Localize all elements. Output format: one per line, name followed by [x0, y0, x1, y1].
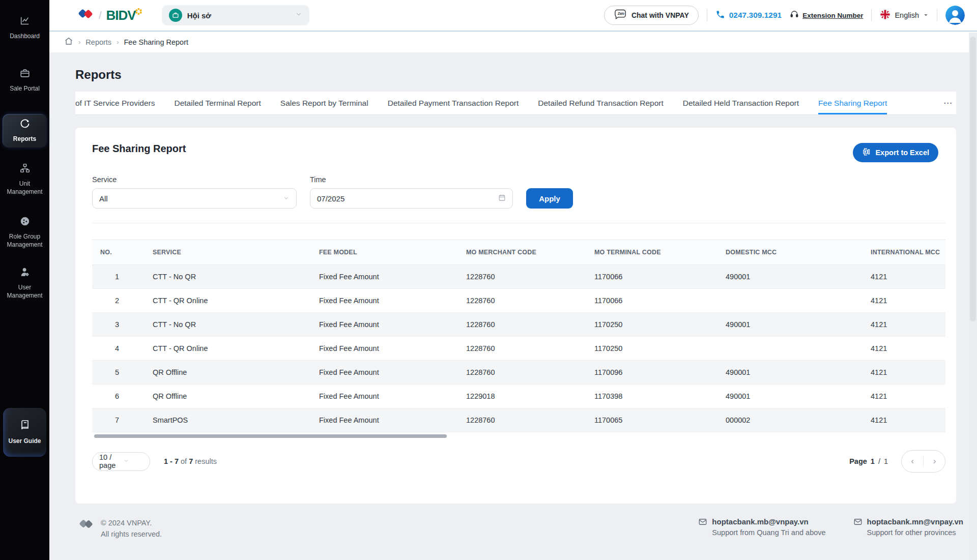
fee-sharing-report-panel: Fee Sharing Report Export to Excel Servi… — [75, 128, 956, 504]
breadcrumb-reports[interactable]: Reports — [85, 38, 111, 46]
sidebar-item-unit-management[interactable]: Unit Management — [0, 163, 49, 196]
cell-domestic: 490001 — [717, 361, 863, 385]
cell-terminal: 1170066 — [586, 289, 717, 313]
breadcrumb-current: Fee Sharing Report — [124, 38, 188, 46]
time-value: 07/2025 — [317, 194, 498, 203]
page-size-value: 10 / page — [99, 453, 119, 469]
vertical-scrollbar-thumb[interactable] — [970, 37, 976, 321]
tab-detailed-held-transaction-report[interactable]: Detailed Held Transaction Report — [683, 92, 799, 114]
export-to-excel-button[interactable]: Export to Excel — [853, 143, 938, 162]
service-select[interactable]: All — [92, 188, 297, 209]
zalo-icon: Zalo — [614, 9, 627, 22]
cell-no: 7 — [92, 408, 145, 432]
sidebar-item-dashboard[interactable]: Dashboard — [0, 15, 49, 40]
sidebar-item-user-management[interactable]: User Management — [0, 267, 49, 300]
cell-service: QR Offline — [145, 385, 311, 408]
pagination-row: 10 / page 1 - 7 of 7 results Page 1 / 1 — [75, 438, 956, 473]
cell-service: CTT - No QR — [145, 313, 311, 337]
cell-merchant: 1228760 — [458, 361, 586, 385]
cell-international: 4121 — [863, 337, 945, 361]
cell-domestic: 490001 — [717, 313, 863, 337]
page-size-select[interactable]: 10 / page — [92, 452, 150, 471]
col-fee-model: FEE MODEL — [311, 240, 458, 265]
chevron-down-icon — [283, 194, 290, 203]
panel-header: Fee Sharing Report Export to Excel — [75, 128, 956, 162]
phone-number: 0247.309.1291 — [729, 11, 782, 20]
sidebar-item-role-group-management[interactable]: Role Group Management — [0, 216, 49, 249]
table-row[interactable]: 7 SmartPOS Fixed Fee Amount 1228760 1170… — [92, 408, 945, 432]
service-label: Service — [92, 175, 297, 184]
language-selector[interactable]: English — [880, 9, 929, 22]
cell-merchant: 1229018 — [458, 385, 586, 408]
cell-service: CTT - QR Online — [145, 337, 311, 361]
more-tabs-button[interactable]: ⋯ — [938, 92, 952, 114]
table-row[interactable]: 2 CTT - QR Online Fixed Fee Amount 12287… — [92, 289, 945, 313]
cell-fee-model: Fixed Fee Amount — [311, 385, 458, 408]
next-page-button[interactable] — [924, 451, 945, 472]
tab-detailed-payment-transaction-report[interactable]: Detailed Payment Transaction Report — [388, 92, 519, 114]
report-tabs: of IT Service Providers Detailed Termina… — [75, 92, 956, 115]
cell-terminal: 1170096 — [586, 361, 717, 385]
col-service: SERVICE — [145, 240, 311, 265]
vertical-scrollbar[interactable] — [969, 33, 977, 560]
calendar-icon — [498, 194, 506, 203]
current-page: 1 — [871, 457, 875, 465]
cell-terminal: 1170250 — [586, 337, 717, 361]
table-row[interactable]: 3 CTT - No QR Fixed Fee Amount 1228760 1… — [92, 313, 945, 337]
tab-detailed-refund-transaction-report[interactable]: Detailed Refund Transaction Report — [538, 92, 663, 114]
home-icon[interactable] — [64, 37, 73, 48]
sidebar-item-reports-active[interactable]: Reports — [3, 114, 47, 148]
col-mo-merchant-code: MO MERCHANT CODE — [458, 240, 586, 265]
page-title: Reports — [75, 68, 977, 82]
tab-fee-sharing-report[interactable]: Fee Sharing Report — [818, 92, 887, 114]
contact-email-link[interactable]: hoptacbank.mn@vnpay.vn — [867, 517, 963, 526]
tab-detailed-terminal-report[interactable]: Detailed Terminal Report — [175, 92, 261, 114]
apply-button[interactable]: Apply — [526, 188, 573, 209]
vnpay-gray-logo — [79, 517, 94, 534]
breadcrumb-separator: › — [117, 38, 119, 46]
reports-icon — [19, 118, 31, 131]
cell-terminal: 1170066 — [586, 265, 717, 289]
sidebar-item-user-guide[interactable]: User Guide — [3, 408, 46, 457]
envelope-icon — [698, 517, 707, 537]
divider — [707, 9, 707, 21]
main-area: / BIDV Hội sở Zalo Chat with VNPAY — [49, 0, 977, 560]
table-row[interactable]: 4 CTT - QR Online Fixed Fee Amount 12287… — [92, 337, 945, 361]
contact-block: hoptacbank.mb@vnpay.vn Support from Quan… — [698, 517, 825, 537]
contact-email-link[interactable]: hoptacbank.mb@vnpay.vn — [712, 517, 825, 526]
cell-domestic — [717, 337, 863, 361]
hotline-phone[interactable]: 0247.309.1291 — [715, 10, 782, 21]
cell-no: 5 — [92, 361, 145, 385]
bidv-flower-icon — [135, 3, 142, 18]
chat-label: Chat with VNPAY — [631, 11, 689, 19]
previous-page-button[interactable] — [902, 451, 923, 472]
cell-merchant: 1228760 — [458, 289, 586, 313]
uk-flag-icon — [880, 9, 890, 22]
time-label: Time — [310, 175, 513, 184]
cell-merchant: 1228760 — [458, 337, 586, 361]
chat-with-vnpay-button[interactable]: Zalo Chat with VNPAY — [604, 6, 699, 25]
sidebar-item-sale-portal[interactable]: Sale Portal — [0, 68, 49, 93]
footer-contacts: hoptacbank.mb@vnpay.vn Support from Quan… — [698, 517, 963, 537]
briefcase-icon — [19, 68, 31, 81]
table-row[interactable]: 1 CTT - No QR Fixed Fee Amount 1228760 1… — [92, 265, 945, 289]
extension-number-link[interactable]: Extension Number — [790, 10, 863, 21]
page-word: Page — [849, 457, 867, 465]
table-row[interactable]: 6 QR Offline Fixed Fee Amount 1229018 11… — [92, 385, 945, 408]
copyright-text: © 2024 VNPAY. All rights reserved. — [101, 517, 162, 540]
export-label: Export to Excel — [875, 149, 929, 157]
time-input[interactable]: 07/2025 — [310, 188, 513, 209]
tab-sales-report-by-terminal[interactable]: Sales Report by Terminal — [280, 92, 368, 114]
cell-service: QR Offline — [145, 361, 311, 385]
branch-selector[interactable]: Hội sở — [162, 5, 309, 25]
cell-no: 6 — [92, 385, 145, 408]
tab-it-service-providers[interactable]: of IT Service Providers — [75, 92, 155, 114]
cell-merchant: 1228760 — [458, 265, 586, 289]
user-avatar[interactable] — [945, 6, 965, 25]
cell-no: 3 — [92, 313, 145, 337]
horizontal-scrollbar-thumb[interactable] — [94, 434, 447, 438]
table-row[interactable]: 5 QR Offline Fixed Fee Amount 1228760 11… — [92, 361, 945, 385]
divider — [937, 9, 937, 21]
results-summary: 1 - 7 of 7 results — [164, 457, 217, 465]
vnpay-logo — [78, 7, 94, 24]
